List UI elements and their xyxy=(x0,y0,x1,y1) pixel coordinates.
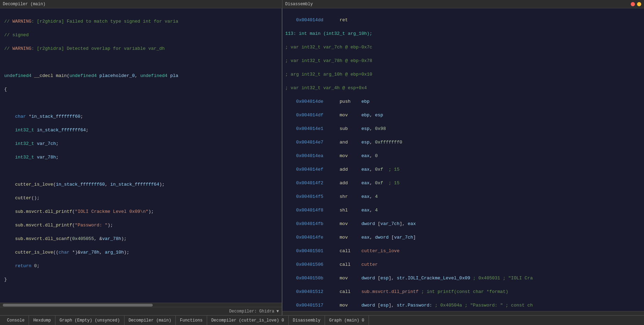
top-bar: Decompiler (main) Disassembly xyxy=(0,0,644,8)
tab-disassembly[interactable]: Disassembly xyxy=(289,316,325,325)
disasm-line-17: 0x004014fe mov eax, dword [var_7ch] xyxy=(285,234,641,241)
code-stmt-4: sub.msvcrt.dll_printf("Password: "); xyxy=(4,222,278,229)
code-blank-1 xyxy=(4,59,278,66)
tab-hexdump[interactable]: Hexdump xyxy=(29,316,55,325)
disassembly-title-bar: Disassembly xyxy=(282,0,644,8)
disassembly-scrollbar[interactable] xyxy=(282,311,644,315)
disasm-line-8: 0x004014df mov ebp, esp xyxy=(285,112,641,119)
code-blank-2 xyxy=(4,100,278,107)
disasm-line-21: 0x00401512 call sub.msvcrt.dll_printf ; … xyxy=(285,288,641,295)
disassembly-panel: 0x004014dd ret 113: int main (int32_t ar… xyxy=(282,8,644,315)
disasm-line-9: 0x004014e1 sub esp, 0x98 xyxy=(285,125,641,132)
min-btn[interactable] xyxy=(637,2,641,6)
disassembly-code[interactable]: 0x004014dd ret 113: int main (int32_t ar… xyxy=(282,8,644,311)
disasm-line-19: 0x00401506 call cutter xyxy=(285,261,641,268)
code-stmt-1: cutter_is_love(in_stack_fffffff60, in_st… xyxy=(4,181,278,188)
disasm-line-6: ; var int32_t var_4h @ esp+0x4 xyxy=(285,85,641,92)
disasm-line-22: 0x00401517 mov dword [esp], str.Password… xyxy=(285,302,641,309)
disasm-line-16: 0x004014fb mov dword [var_7ch], eax xyxy=(285,220,641,227)
disasm-line-2: 113: int main (int32_t arg_10h); xyxy=(285,30,641,37)
disasm-line-18: 0x00401501 call cutter_is_love xyxy=(285,248,641,255)
main-content: // WARNING: [r2ghidra] Failed to match t… xyxy=(0,8,644,315)
disasm-line-3: ; var int32_t var_7ch @ ebp-0x7c xyxy=(285,44,641,51)
close-btn[interactable] xyxy=(631,2,635,6)
disasm-line-7: 0x004014de push ebp xyxy=(285,98,641,105)
disasm-line-1: 0x004014dd ret xyxy=(285,17,641,24)
disasm-line-11: 0x004014ea mov eax, 0 xyxy=(285,153,641,160)
code-func-sig: undefined4 __cdecl main(undefined4 place… xyxy=(4,72,278,79)
decompiler-title: Decompiler (main) xyxy=(3,2,45,7)
tab-functions[interactable]: Functions xyxy=(176,316,207,325)
code-comment-1: // WARNING: [r2ghidra] Failed to match t… xyxy=(4,18,278,25)
decompiler-scrollbar[interactable] xyxy=(0,303,282,307)
code-comment-2: // signed xyxy=(4,32,278,39)
tab-graph-empty[interactable]: Graph (Empty) (unsynced) xyxy=(55,316,124,325)
disasm-line-14: 0x004014f5 shr eax, 4 xyxy=(285,193,641,200)
decompiler-dropdown-icon[interactable]: ▼ xyxy=(276,309,279,314)
tab-console[interactable]: Console xyxy=(3,316,29,325)
code-brace-close: } xyxy=(4,276,278,283)
disasm-line-12: 0x004014ef add eax, 0xf ; 15 xyxy=(285,166,641,173)
code-var-1: char *in_stack_fffffff60; xyxy=(4,113,278,120)
disasm-line-4: ; var int32_t var_78h @ ebp-0x78 xyxy=(285,57,641,64)
decompiler-code[interactable]: // WARNING: [r2ghidra] Failed to match t… xyxy=(0,8,282,303)
code-var-3: int32_t var_7ch; xyxy=(4,140,278,147)
code-stmt-2: cutter(); xyxy=(4,195,278,202)
decompiler-title-bar: Decompiler (main) xyxy=(0,0,282,8)
decompiler-panel: // WARNING: [r2ghidra] Failed to match t… xyxy=(0,8,282,315)
code-comment-3: // WARNING: [r2ghidra] Detected overlap … xyxy=(4,45,278,52)
code-stmt-6: cutter_is_love((char *)&var_78h, arg_10h… xyxy=(4,249,278,256)
tab-decompiler-cutter[interactable]: Decompiler (cutter_is_love) 0 xyxy=(207,316,289,325)
code-var-2: int32_t in_stack_fffffff64; xyxy=(4,127,278,134)
tab-decompiler-main[interactable]: Decompiler (main) xyxy=(124,316,176,325)
disasm-line-5: ; arg int32_t arg_10h @ ebp+0x10 xyxy=(285,71,641,78)
disasm-line-15: 0x004014f8 shl eax, 4 xyxy=(285,207,641,214)
code-blank-3 xyxy=(4,168,278,175)
decompiler-footer: Decompiler: Ghidra ▼ xyxy=(0,307,282,315)
decompiler-footer-label: Decompiler: Ghidra xyxy=(229,309,274,314)
code-stmt-7: return 0; xyxy=(4,263,278,270)
code-var-4: int32_t var_78h; xyxy=(4,154,278,161)
disasm-line-20: 0x0040150b mov dword [esp], str.IOLI_Cra… xyxy=(285,275,641,282)
disasm-line-13: 0x004014f2 add eax, 0xf ; 15 xyxy=(285,180,641,187)
bottom-tab-bar: Console Hexdump Graph (Empty) (unsynced)… xyxy=(0,315,644,325)
tab-graph-main[interactable]: Graph (main) 0 xyxy=(325,316,369,325)
window-controls xyxy=(631,2,641,6)
code-stmt-5: sub.msvcrt.dll_scanf(0x405055, &var_78h)… xyxy=(4,235,278,242)
decompiler-scroll-thumb[interactable] xyxy=(3,304,153,307)
disassembly-title: Disassembly xyxy=(285,2,313,7)
code-stmt-3: sub.msvcrt.dll_printf("IOLI Crackme Leve… xyxy=(4,208,278,215)
disasm-line-10: 0x004014e7 and esp, 0xfffffff0 xyxy=(285,139,641,146)
code-brace-open: { xyxy=(4,86,278,93)
